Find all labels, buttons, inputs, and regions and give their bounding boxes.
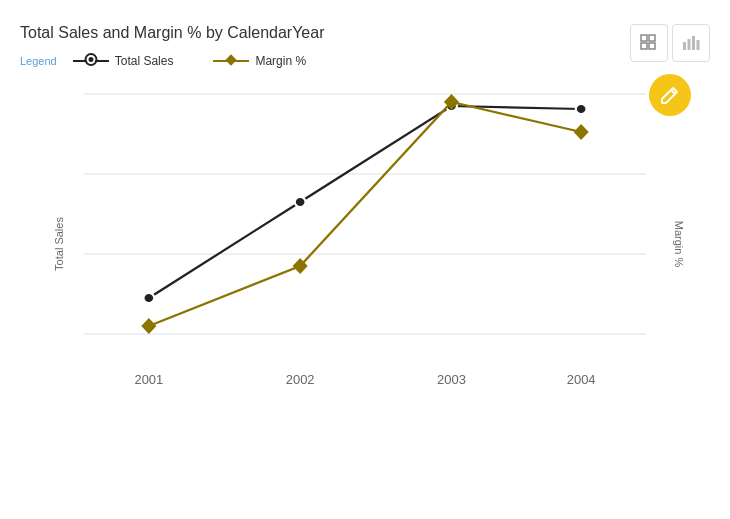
legend: Legend Total Sales Margin % xyxy=(20,54,710,68)
edit-button[interactable] xyxy=(649,74,691,116)
legend-label-margin-pct: Margin % xyxy=(255,54,306,68)
svg-text:2004: 2004 xyxy=(567,373,596,386)
bar-chart-button[interactable] xyxy=(672,24,710,62)
chart-title: Total Sales and Margin % by CalendarYear xyxy=(20,24,710,42)
svg-point-24 xyxy=(143,293,154,303)
legend-header-label: Legend xyxy=(20,55,57,67)
svg-rect-0 xyxy=(641,35,647,41)
chart-area: Total Sales Margin % $8M $6M $4M $2M 41.… xyxy=(84,74,646,414)
legend-label-total-sales: Total Sales xyxy=(115,54,174,68)
svg-text:2001: 2001 xyxy=(134,373,163,386)
grid-icon xyxy=(640,34,658,52)
pencil-icon xyxy=(660,85,680,105)
svg-point-27 xyxy=(576,104,587,114)
bar-chart-icon xyxy=(682,34,700,52)
svg-point-25 xyxy=(295,197,306,207)
svg-rect-1 xyxy=(649,35,655,41)
svg-marker-31 xyxy=(574,124,589,140)
svg-rect-5 xyxy=(688,39,691,50)
svg-marker-28 xyxy=(141,318,156,334)
svg-rect-6 xyxy=(692,36,695,50)
chart-svg: $8M $6M $4M $2M 41.5% 41.0% 40.5% 40.0% … xyxy=(84,74,646,414)
dashboard-container: Total Sales and Margin % by CalendarYear xyxy=(0,0,730,519)
y-axis-right-label: Margin % xyxy=(673,221,685,267)
svg-rect-4 xyxy=(683,42,686,50)
legend-item-margin-pct: Margin % xyxy=(213,54,306,68)
svg-rect-2 xyxy=(641,43,647,49)
svg-text:2003: 2003 xyxy=(437,373,466,386)
svg-rect-7 xyxy=(697,40,700,50)
grid-view-button[interactable] xyxy=(630,24,668,62)
legend-item-total-sales: Total Sales xyxy=(73,54,174,68)
svg-text:2002: 2002 xyxy=(286,373,315,386)
svg-rect-3 xyxy=(649,43,655,49)
y-axis-left-label: Total Sales xyxy=(53,217,65,271)
